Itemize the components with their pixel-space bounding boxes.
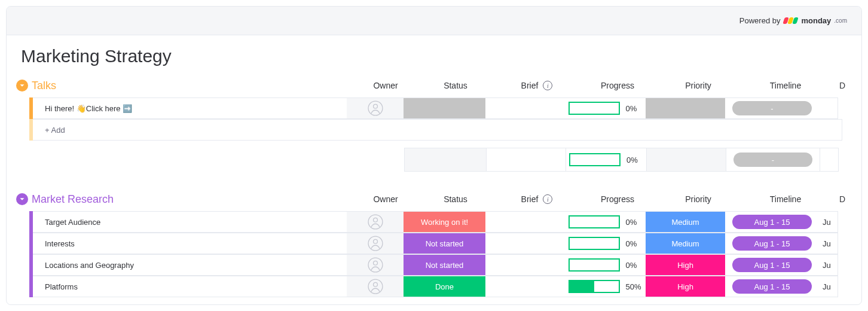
- priority-cell[interactable]: [646, 97, 726, 119]
- summary-extra: [820, 148, 839, 172]
- progress-cell[interactable]: 0%: [565, 97, 646, 119]
- status-label: Done: [404, 276, 485, 297]
- column-header-status[interactable]: Status: [414, 77, 497, 94]
- column-header-owner[interactable]: Owner: [357, 77, 414, 94]
- timeline-cell[interactable]: Aug 1 - 15: [725, 211, 820, 233]
- item-name-cell[interactable]: Platforms: [33, 276, 347, 297]
- summary-timeline-pill: -: [733, 153, 812, 167]
- priority-label: High: [646, 255, 725, 275]
- group-title[interactable]: Talks: [32, 80, 56, 92]
- extra-cell[interactable]: Ju: [819, 233, 838, 254]
- board-frame: Powered by monday.com Marketing Strategy…: [6, 6, 862, 305]
- summary-progress: 0%: [566, 148, 647, 172]
- owner-cell[interactable]: [347, 97, 404, 119]
- group-title[interactable]: Market Research: [32, 193, 114, 206]
- status-cell[interactable]: [404, 97, 486, 119]
- status-cell[interactable]: Working on it!: [404, 211, 486, 233]
- item-name-cell[interactable]: Target Audience: [33, 211, 347, 233]
- owner-cell[interactable]: [347, 276, 404, 297]
- owner-cell[interactable]: [347, 254, 404, 276]
- person-icon: [368, 236, 383, 251]
- progress-bar: [569, 258, 620, 272]
- item-name-cell[interactable]: Interests: [33, 233, 347, 254]
- column-header-status[interactable]: Status: [414, 191, 497, 208]
- progress-bar: [569, 215, 620, 228]
- group-collapse-toggle[interactable]: [16, 193, 28, 205]
- item-name-cell[interactable]: Hi there! 👋Click here ➡️: [33, 97, 347, 119]
- progress-percent: 0%: [626, 261, 643, 270]
- board-title: Marketing Strategy: [16, 46, 852, 66]
- progress-cell[interactable]: 0%: [565, 233, 646, 254]
- timeline-cell[interactable]: Aug 1 - 15: [725, 276, 820, 297]
- extra-cell[interactable]: Ju: [819, 276, 838, 297]
- table-row[interactable]: Platforms Done 50% High Aug 1 - 15 Ju: [16, 276, 852, 297]
- column-header-progress[interactable]: Progress: [577, 77, 658, 94]
- monday-logo-link[interactable]: monday.com: [784, 16, 847, 25]
- timeline-cell[interactable]: Aug 1 - 15: [725, 254, 820, 276]
- summary-progress-label: 0%: [626, 156, 643, 164]
- progress-cell[interactable]: 0%: [565, 211, 646, 233]
- column-header-owner[interactable]: Owner: [357, 191, 414, 208]
- brief-cell[interactable]: [485, 254, 566, 276]
- priority-label: Medium: [646, 212, 725, 232]
- status-cell[interactable]: Not started: [404, 233, 486, 254]
- brand-suffix: .com: [834, 17, 847, 24]
- column-header-timeline[interactable]: Timeline: [738, 77, 833, 94]
- brand-name: monday: [801, 16, 831, 25]
- status-cell[interactable]: Done: [404, 276, 486, 297]
- column-header-extra[interactable]: D: [833, 191, 852, 208]
- owner-cell[interactable]: [347, 233, 404, 254]
- svg-point-3: [373, 218, 377, 222]
- table-row[interactable]: Hi there! 👋Click here ➡️ 0% -: [16, 97, 852, 119]
- item-name-cell[interactable]: Locations and Geography: [33, 254, 347, 276]
- summary-timeline: -: [726, 148, 820, 172]
- svg-point-5: [373, 239, 377, 243]
- brief-cell[interactable]: [485, 233, 566, 254]
- priority-cell[interactable]: High: [646, 254, 726, 276]
- progress-cell[interactable]: 0%: [565, 254, 646, 276]
- timeline-pill: Aug 1 - 15: [732, 236, 812, 251]
- group-collapse-toggle[interactable]: [16, 80, 28, 92]
- svg-point-9: [373, 282, 377, 286]
- monday-logo-icon: [784, 17, 797, 24]
- extra-cell[interactable]: [819, 97, 838, 119]
- progress-percent: 0%: [626, 218, 643, 227]
- timeline-cell[interactable]: -: [725, 97, 820, 119]
- add-item-row[interactable]: + Add: [16, 119, 852, 141]
- column-header-progress[interactable]: Progress: [577, 191, 658, 208]
- priority-cell[interactable]: Medium: [646, 211, 726, 233]
- column-header-priority[interactable]: Priority: [658, 77, 738, 94]
- column-header-priority[interactable]: Priority: [658, 191, 738, 208]
- table-row[interactable]: Locations and Geography Not started 0% H…: [16, 254, 852, 276]
- extra-cell[interactable]: Ju: [819, 254, 838, 276]
- timeline-cell[interactable]: Aug 1 - 15: [725, 233, 820, 254]
- priority-label: High: [646, 276, 725, 297]
- column-header-brief[interactable]: Brief i: [497, 191, 577, 208]
- status-label: Not started: [404, 255, 485, 275]
- table-row[interactable]: Target Audience Working on it! 0% Medium…: [16, 211, 852, 233]
- brief-cell[interactable]: [485, 211, 566, 233]
- brief-cell[interactable]: [485, 97, 566, 119]
- column-header-timeline[interactable]: Timeline: [738, 191, 833, 208]
- info-icon[interactable]: i: [543, 194, 552, 204]
- table-row[interactable]: Interests Not started 0% Medium Aug 1 - …: [16, 233, 852, 254]
- progress-percent: 0%: [626, 239, 643, 248]
- progress-cell[interactable]: 50%: [565, 276, 646, 297]
- column-header-brief[interactable]: Brief i: [497, 77, 577, 94]
- priority-cell[interactable]: Medium: [646, 233, 726, 254]
- owner-cell[interactable]: [347, 211, 404, 233]
- add-item-label[interactable]: + Add: [33, 119, 842, 141]
- powered-by-label: Powered by monday.com: [739, 16, 847, 25]
- brief-cell[interactable]: [485, 276, 566, 297]
- column-header-extra[interactable]: D: [833, 77, 852, 94]
- extra-cell[interactable]: Ju: [819, 211, 838, 233]
- timeline-pill: -: [732, 101, 812, 115]
- priority-cell[interactable]: High: [646, 276, 726, 297]
- progress-bar: [569, 280, 620, 293]
- timeline-pill: Aug 1 - 15: [732, 215, 812, 229]
- status-label: Not started: [404, 233, 485, 254]
- summary-brief: [486, 148, 566, 172]
- info-icon[interactable]: i: [543, 81, 552, 90]
- summary-status: [404, 148, 487, 172]
- status-cell[interactable]: Not started: [404, 254, 486, 276]
